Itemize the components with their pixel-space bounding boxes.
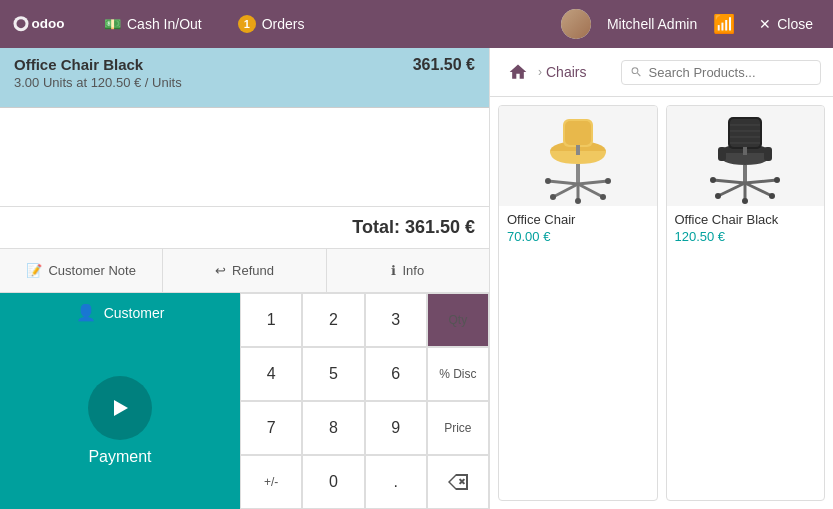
svg-line-34 xyxy=(745,180,777,183)
close-label: Close xyxy=(777,16,813,32)
disc-mode-button[interactable]: % Disc xyxy=(427,347,489,401)
product-image-office-chair-black xyxy=(667,106,825,206)
svg-point-35 xyxy=(715,193,721,199)
product-card-office-chair[interactable]: Office Chair 70.00 € xyxy=(498,105,658,501)
topbar-right: Mitchell Admin 📶 ✕ Close xyxy=(561,9,821,39)
note-icon: 📝 xyxy=(26,263,42,278)
key-dot[interactable]: . xyxy=(365,455,427,509)
key-plusminus[interactable]: +/- xyxy=(240,455,302,509)
key-8[interactable]: 8 xyxy=(302,401,364,455)
search-box[interactable] xyxy=(621,60,821,85)
right-panel: › Chairs xyxy=(490,48,833,509)
product-qty-info: 3.00 Units at 120.50 € / Units xyxy=(14,75,182,90)
customer-row[interactable]: 👤 Customer xyxy=(0,293,240,332)
key-3[interactable]: 3 xyxy=(365,293,427,347)
svg-text:odoo: odoo xyxy=(32,16,65,31)
main: Office Chair Black 3.00 Units at 120.50 … xyxy=(0,48,833,509)
payment-section: 👤 Customer Payment xyxy=(0,293,240,509)
svg-point-39 xyxy=(774,177,780,183)
customer-icon: 👤 xyxy=(76,303,96,322)
product-name: Office Chair Black xyxy=(14,56,182,73)
product-image-office-chair xyxy=(499,106,657,206)
svg-rect-6 xyxy=(565,121,591,145)
currency: € / Units xyxy=(134,75,182,90)
total-row: Total: 361.50 € xyxy=(0,206,489,248)
svg-point-14 xyxy=(550,194,556,200)
key-0[interactable]: 0 xyxy=(302,455,364,509)
refund-label: Refund xyxy=(232,263,274,278)
total-value: 361.50 € xyxy=(405,217,475,237)
svg-rect-29 xyxy=(743,165,747,183)
wifi-icon: 📶 xyxy=(713,13,735,35)
logo[interactable]: odoo xyxy=(12,10,72,38)
product-price-office-chair: 70.00 € xyxy=(507,229,649,244)
svg-line-9 xyxy=(553,184,578,197)
customer-note-button[interactable]: 📝 Customer Note xyxy=(0,249,163,292)
cash-inout-button[interactable]: 💵 Cash In/Out xyxy=(96,12,210,36)
total-label: Total: xyxy=(352,217,400,237)
search-input[interactable] xyxy=(649,65,812,80)
key-7[interactable]: 7 xyxy=(240,401,302,455)
cash-label: Cash In/Out xyxy=(127,16,202,32)
product-info-office-chair-black: Office Chair Black 120.50 € xyxy=(667,206,825,250)
payment-circle xyxy=(88,376,152,440)
key-backspace[interactable] xyxy=(427,455,489,509)
product-card-office-chair-black[interactable]: Office Chair Black 120.50 € xyxy=(666,105,826,501)
key-1[interactable]: 1 xyxy=(240,293,302,347)
order-spacer xyxy=(0,108,489,206)
svg-rect-7 xyxy=(576,145,580,155)
orders-badge: 1 xyxy=(238,15,256,33)
info-icon: ℹ xyxy=(391,263,396,278)
svg-line-12 xyxy=(548,181,578,184)
info-button[interactable]: ℹ Info xyxy=(327,249,489,292)
svg-line-31 xyxy=(745,183,772,196)
svg-rect-8 xyxy=(576,164,580,184)
svg-line-30 xyxy=(718,183,745,196)
svg-point-17 xyxy=(545,178,551,184)
qty-mode-button[interactable]: Qty xyxy=(427,293,489,347)
customer-label: Customer xyxy=(104,305,165,321)
left-panel: Office Chair Black 3.00 Units at 120.50 … xyxy=(0,48,490,509)
key-6[interactable]: 6 xyxy=(365,347,427,401)
key-9[interactable]: 9 xyxy=(365,401,427,455)
svg-point-1 xyxy=(17,19,26,28)
svg-rect-28 xyxy=(743,147,747,155)
close-icon: ✕ xyxy=(759,16,771,32)
order-line-details: Office Chair Black 3.00 Units at 120.50 … xyxy=(14,56,182,90)
svg-point-18 xyxy=(605,178,611,184)
customer-note-label: Customer Note xyxy=(48,263,135,278)
svg-rect-26 xyxy=(718,147,726,161)
svg-point-38 xyxy=(710,177,716,183)
home-button[interactable] xyxy=(502,56,534,88)
product-name-office-chair: Office Chair xyxy=(507,212,649,227)
key-4[interactable]: 4 xyxy=(240,347,302,401)
refund-icon: ↩ xyxy=(215,263,226,278)
key-2[interactable]: 2 xyxy=(302,293,364,347)
price-mode-button[interactable]: Price xyxy=(427,401,489,455)
svg-line-10 xyxy=(578,184,603,197)
svg-marker-3 xyxy=(114,400,128,416)
avatar xyxy=(561,9,591,39)
orders-button[interactable]: 1 Orders xyxy=(230,11,313,37)
close-button[interactable]: ✕ Close xyxy=(751,12,821,36)
refund-button[interactable]: ↩ Refund xyxy=(163,249,326,292)
svg-rect-27 xyxy=(764,147,772,161)
svg-line-13 xyxy=(578,181,608,184)
payment-button[interactable]: Payment xyxy=(88,376,152,466)
line-total: 361.50 € xyxy=(413,56,475,74)
unit-price: 120.50 xyxy=(91,75,131,90)
svg-line-33 xyxy=(713,180,745,183)
product-name-office-chair-black: Office Chair Black xyxy=(675,212,817,227)
breadcrumb-category[interactable]: Chairs xyxy=(546,64,586,80)
svg-point-15 xyxy=(600,194,606,200)
svg-point-37 xyxy=(742,198,748,204)
customer-numpad-area: 👤 Customer Payment xyxy=(0,293,489,509)
order-line[interactable]: Office Chair Black 3.00 Units at 120.50 … xyxy=(0,48,489,108)
numpad: 1 2 3 Qty 4 5 6 % Disc 7 8 9 Price +/- xyxy=(240,293,489,509)
breadcrumb: › Chairs xyxy=(490,48,833,97)
topbar-actions: 💵 Cash In/Out 1 Orders xyxy=(96,11,561,37)
key-5[interactable]: 5 xyxy=(302,347,364,401)
product-info-office-chair: Office Chair 70.00 € xyxy=(499,206,657,250)
svg-point-36 xyxy=(769,193,775,199)
product-price-office-chair-black: 120.50 € xyxy=(675,229,817,244)
